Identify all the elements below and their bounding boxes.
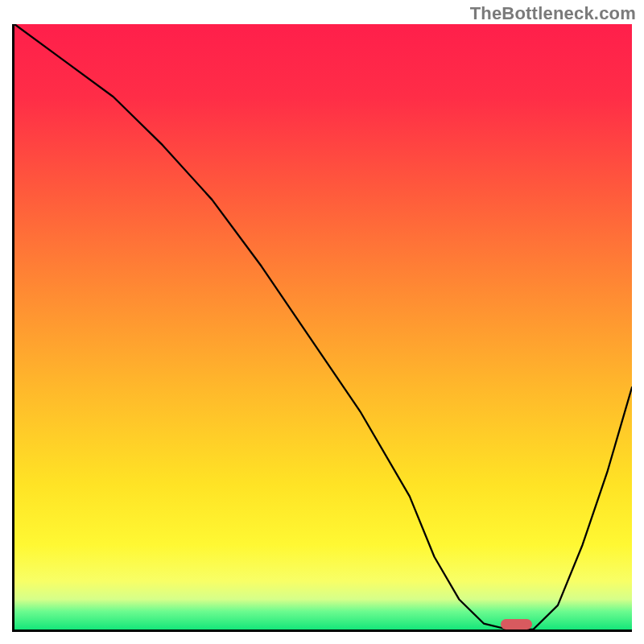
chart-area <box>12 24 632 632</box>
optimal-marker <box>501 619 532 630</box>
chart-svg <box>14 24 632 630</box>
attribution-text: TheBottleneck.com <box>470 3 636 24</box>
bottleneck-curve <box>14 24 632 630</box>
